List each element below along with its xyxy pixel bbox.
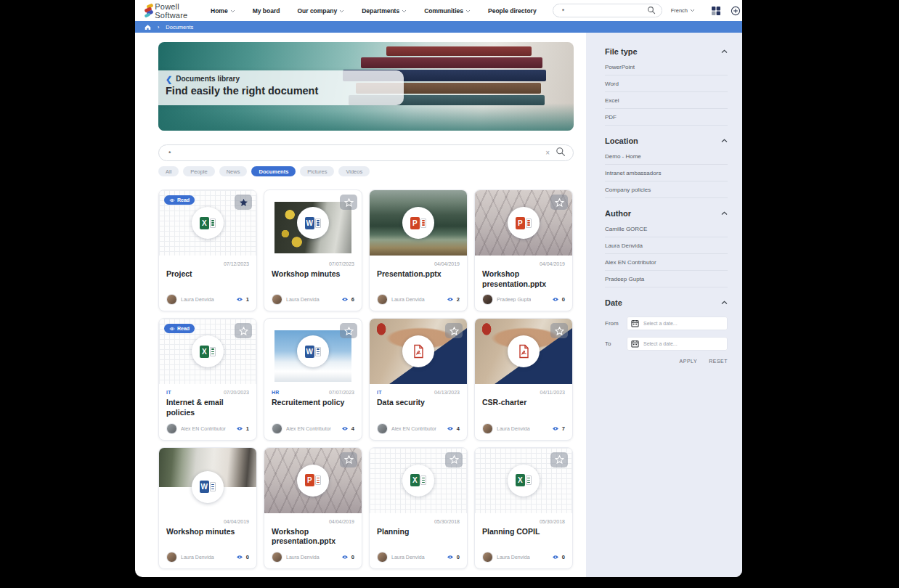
- document-date: 04/04/2019: [540, 261, 565, 266]
- home-icon[interactable]: [145, 20, 151, 33]
- document-card-presentation-pptx[interactable]: P 04/04/2019 Presentation.pptx Laura Den…: [369, 189, 468, 311]
- add-icon[interactable]: [731, 6, 741, 16]
- filter-section-location: LocationDemo - HomeIntranet ambassadorsC…: [605, 136, 728, 198]
- brand-logo[interactable]: Powell Software: [144, 2, 192, 20]
- document-card-workshop-minutes[interactable]: W 04/04/2019 Workshop minutes Laura Denv…: [158, 447, 257, 569]
- document-card-project[interactable]: Read X 07/12/2023 Project Laura Denvida …: [158, 189, 257, 311]
- filter-option-word[interactable]: Word: [605, 75, 728, 92]
- favorite-star-button[interactable]: [550, 195, 568, 210]
- view-count: 0: [246, 554, 249, 560]
- document-search-box[interactable]: ×: [158, 144, 574, 161]
- document-card-planning[interactable]: X 05/30/2018 Planning Laura Denvida 0: [369, 447, 468, 569]
- document-date: 04/11/2023: [540, 390, 565, 395]
- document-card-planning-copil[interactable]: X 05/30/2018 Planning COPIL Laura Denvid…: [474, 447, 573, 569]
- document-title[interactable]: CSR-charter: [482, 398, 565, 408]
- favorite-star-button[interactable]: [235, 195, 252, 210]
- filter-section-date: Date From Select a date... To Select a d…: [605, 298, 728, 364]
- document-card-recruitement-policy[interactable]: W HR 07/07/2023 Recruitement policy Alex…: [264, 318, 362, 440]
- document-card-workshop-presentation-pptx[interactable]: P 04/04/2019 Workshop presentation.pptx …: [264, 447, 362, 569]
- nav-item-departments[interactable]: Departments: [362, 7, 407, 15]
- filter-option-alex-en-contributor[interactable]: Alex EN Contributor: [605, 254, 728, 271]
- star-filled-icon: [239, 198, 248, 207]
- nav-item-people-directory[interactable]: People directory: [488, 7, 537, 15]
- filter-option-laura-denvida[interactable]: Laura Denvida: [605, 237, 728, 254]
- hero-banner: ❮ Documents library Find easily the righ…: [158, 42, 574, 131]
- file-type-icon: P: [508, 207, 540, 239]
- document-title[interactable]: Workshop presentation.pptx: [272, 527, 354, 547]
- document-card-workshop-presentation-pptx[interactable]: P 04/04/2019 Workshop presentation.pptx …: [474, 189, 573, 311]
- favorite-star-button[interactable]: [445, 323, 463, 338]
- filter-option-pdf[interactable]: PDF: [605, 109, 728, 126]
- filter-section-header[interactable]: Date: [605, 298, 728, 310]
- filter-option-company-policies[interactable]: Company policies: [605, 181, 728, 198]
- reset-button[interactable]: RESET: [709, 359, 728, 364]
- views-eye-icon: [341, 555, 349, 560]
- top-search-input[interactable]: [562, 7, 647, 15]
- document-title[interactable]: Workshop minutes: [166, 527, 249, 537]
- document-card-workshop-minutes[interactable]: W 07/07/2023 Workshop minutes Laura Denv…: [264, 189, 362, 311]
- apply-button[interactable]: APPLY: [680, 359, 698, 364]
- document-title[interactable]: Data security: [377, 398, 460, 408]
- document-thumbnail: X: [370, 448, 467, 513]
- filter-section-header[interactable]: Location: [605, 136, 728, 148]
- filters-sidebar: File typePowerPointWordExcelPDFLocationD…: [586, 33, 742, 577]
- nav-item-home[interactable]: Home: [211, 7, 235, 15]
- tab-pictures[interactable]: Pictures: [300, 166, 334, 176]
- filter-option-pradeep-gupta[interactable]: Pradeep Gupta: [605, 271, 728, 287]
- date-from-input[interactable]: Select a date...: [627, 317, 728, 330]
- filter-section-header[interactable]: Author: [605, 209, 728, 221]
- nav-item-communities[interactable]: Communities: [424, 7, 471, 15]
- filter-section-title: Location: [605, 136, 638, 145]
- search-icon[interactable]: [647, 4, 656, 17]
- favorite-star-button[interactable]: [550, 452, 568, 467]
- tab-news[interactable]: News: [219, 166, 248, 176]
- document-card-csr-charter[interactable]: 04/11/2023 CSR-charter Laura Denvida 7: [474, 318, 573, 440]
- document-title[interactable]: Planning: [377, 527, 460, 537]
- tab-videos[interactable]: Videos: [338, 166, 370, 176]
- document-date: 04/13/2023: [434, 390, 460, 395]
- date-to-input[interactable]: Select a date...: [627, 337, 728, 351]
- tab-all[interactable]: All: [158, 166, 179, 176]
- author-name: Alex EN Contributor: [286, 426, 331, 431]
- document-title[interactable]: Internet & email policies: [166, 398, 249, 417]
- language-selector[interactable]: French: [671, 7, 695, 14]
- star-outline-icon: [344, 455, 354, 464]
- document-search-input[interactable]: [168, 150, 540, 157]
- document-card-data-security[interactable]: IT 04/13/2023 Data security Alex EN Cont…: [369, 318, 468, 440]
- star-outline-icon: [239, 327, 248, 335]
- tab-people[interactable]: People: [183, 166, 214, 176]
- clear-search-icon[interactable]: ×: [545, 150, 550, 157]
- favorite-star-button[interactable]: [235, 323, 252, 338]
- nav-item-our-company[interactable]: Our company: [297, 7, 344, 15]
- breadcrumb-current[interactable]: Documents: [166, 24, 193, 30]
- search-icon[interactable]: [556, 147, 566, 160]
- filter-option-intranet-ambassadors[interactable]: Intranet ambassadors: [605, 165, 728, 181]
- eye-icon: [169, 198, 175, 203]
- document-title[interactable]: Recruitement policy: [272, 398, 354, 408]
- filter-option-powerpoint[interactable]: PowerPoint: [605, 59, 728, 75]
- document-thumbnail: P: [264, 448, 362, 513]
- favorite-star-button[interactable]: [550, 323, 568, 338]
- document-title[interactable]: Presentation.pptx: [377, 269, 460, 279]
- document-title[interactable]: Planning COPIL: [482, 527, 565, 537]
- filter-option-demo-home[interactable]: Demo - Home: [605, 148, 728, 165]
- eye-icon: [169, 327, 175, 331]
- waffle-menu-icon[interactable]: [711, 6, 721, 16]
- favorite-star-button[interactable]: [340, 195, 357, 210]
- author-avatar: [482, 423, 493, 434]
- favorite-star-button[interactable]: [340, 323, 357, 338]
- filter-option-camille-gorce[interactable]: Camille GORCE: [605, 221, 728, 237]
- back-to-library-link[interactable]: ❮ Documents library: [166, 75, 396, 83]
- document-card-internet-email-policies[interactable]: Read X IT 07/20/2023 Internet & email po…: [158, 318, 257, 440]
- document-title[interactable]: Workshop presentation.pptx: [482, 269, 565, 289]
- document-title[interactable]: Project: [166, 269, 249, 279]
- filter-option-excel[interactable]: Excel: [605, 92, 728, 109]
- chevron-down-icon: [690, 9, 695, 12]
- tab-documents[interactable]: Documents: [251, 166, 296, 176]
- favorite-star-button[interactable]: [445, 452, 463, 467]
- nav-item-my-board[interactable]: My board: [253, 7, 280, 15]
- document-title[interactable]: Workshop minutes: [272, 269, 354, 279]
- filter-section-header[interactable]: File type: [605, 47, 728, 59]
- favorite-star-button[interactable]: [340, 452, 357, 467]
- top-search-box[interactable]: [553, 4, 662, 17]
